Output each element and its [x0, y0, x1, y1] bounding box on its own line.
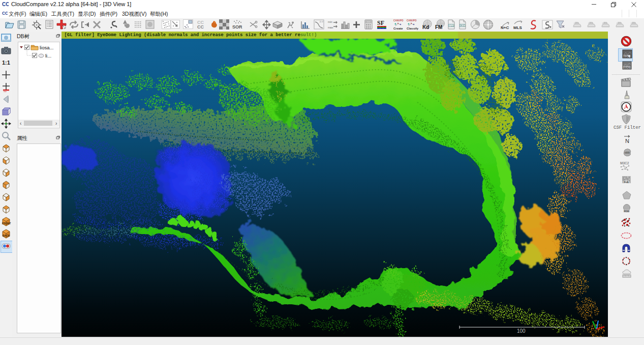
svg-text:dRb: dRb [574, 21, 578, 24]
svg-text:li...: li... [45, 53, 51, 59]
svg-text:min: min [328, 20, 332, 23]
svg-text:100: 100 [517, 328, 526, 334]
svg-text:FRONT: FRONT [2, 222, 11, 225]
svg-text:CC: CC [2, 2, 9, 7]
svg-text:dRb: dRb [617, 21, 621, 24]
svg-text:M3C2: M3C2 [620, 161, 629, 165]
svg-text:EDL: EDL [624, 55, 629, 58]
svg-text:SSAO: SSAO [624, 67, 630, 69]
svg-text:BACK: BACK [3, 234, 10, 237]
svg-text:1:1: 1:1 [2, 60, 10, 66]
svg-text:dRb: dRb [631, 21, 635, 24]
svg-text:›: › [55, 121, 57, 126]
svg-text:CANUPO: CANUPO [393, 19, 404, 22]
svg-text:RGB: RGB [624, 210, 630, 213]
svg-text:dRb: dRb [602, 21, 607, 24]
svg-text:N: N [625, 138, 629, 144]
svg-text:N+C: N+C [501, 25, 509, 30]
svg-text:CC: CC [197, 24, 204, 30]
svg-text:xyz: xyz [4, 90, 7, 92]
svg-text:max: max [328, 26, 333, 29]
svg-text:BPF: BPF [449, 24, 454, 27]
svg-text:CSV: CSV [460, 24, 466, 27]
svg-text:Kd: Kd [422, 24, 429, 30]
svg-text:Create: Create [393, 27, 403, 30]
svg-text:SF: SF [377, 19, 384, 26]
svg-text:SOR: SOR [232, 24, 242, 30]
svg-text:FM: FM [435, 24, 442, 30]
svg-text:‹: ‹ [20, 121, 21, 126]
svg-text:dRb: dRb [588, 21, 593, 24]
svg-text:CC: CC [2, 11, 8, 16]
svg-text:Classify: Classify [407, 27, 418, 30]
svg-text:liosa...: liosa... [40, 45, 53, 50]
svg-text:P+N: P+N [624, 181, 629, 184]
svg-text:HRR: HRR [625, 152, 630, 154]
svg-text:p.o: p.o [320, 20, 323, 23]
svg-text:MLS: MLS [513, 25, 523, 30]
svg-text:CANUPO: CANUPO [407, 19, 417, 22]
